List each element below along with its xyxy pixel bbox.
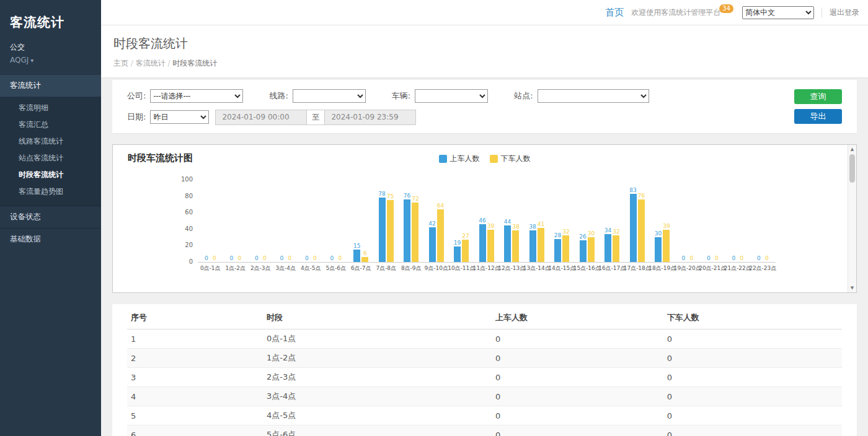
x-axis-label: 9点-10点 [425, 264, 448, 272]
sidebar-item[interactable]: 站点客流统计 [0, 150, 101, 167]
bar-column: 0 [705, 180, 712, 262]
logout-link[interactable]: 退出登录 [830, 7, 859, 18]
bar-group: 303918点-19点 [650, 180, 675, 262]
bar [379, 198, 386, 262]
y-tick-label: 40 [172, 225, 193, 232]
legend-item-boarding[interactable]: 上车人数 [439, 154, 480, 164]
header-period: 时段 [263, 307, 492, 329]
table-cell: 5点-6点 [263, 425, 492, 436]
header-boarding: 上车人数 [492, 307, 663, 329]
x-axis-label: 13点-14点 [523, 264, 551, 272]
bar-group: 42649点-10点 [424, 180, 450, 262]
x-axis-label: 3点-4点 [275, 264, 296, 272]
table-cell: 0 [492, 406, 663, 425]
app-window: 客流统计 公交 AQGJ▾ 客流统计客流明细客流汇总线路客流统计站点客流统计时段… [0, 0, 868, 436]
bar-column: 83 [629, 180, 636, 262]
bar-group: 1566点-7点 [348, 180, 374, 262]
topbar-divider [822, 7, 822, 17]
bar-value-label: 0 [213, 255, 216, 261]
bar-group: 0021点-22点 [725, 180, 751, 262]
bar-column: 0 [337, 180, 343, 262]
scroll-down-icon[interactable]: ▼ [848, 284, 856, 292]
sidebar-section[interactable]: 客流统计 [0, 74, 101, 97]
home-link[interactable]: 首页 [605, 7, 624, 19]
bar-column: 26 [579, 180, 586, 262]
bar [404, 199, 410, 262]
export-button[interactable]: 导出 [794, 109, 842, 124]
bar-value-label: 28 [554, 232, 561, 238]
x-axis-label: 11点-12点 [473, 264, 500, 272]
table-cell: 1点-2点 [263, 349, 492, 368]
bar-group: 384113点-14点 [525, 180, 550, 262]
sidebar-section[interactable]: 设备状态 [0, 206, 101, 228]
bar-value-label: 39 [487, 223, 494, 229]
bar-column: 28 [554, 180, 561, 262]
line-select[interactable] [293, 89, 366, 103]
bar [580, 240, 587, 262]
bar-column: 41 [538, 180, 544, 262]
date-preset-select[interactable]: 昨日 [150, 110, 209, 124]
bar-column: 0 [236, 180, 243, 262]
scroll-up-icon[interactable]: ▲ [848, 145, 856, 154]
legend-label-alighting: 下车人数 [501, 154, 531, 164]
station-filter: 站点: [514, 89, 649, 103]
bar [588, 237, 595, 262]
breadcrumb-section[interactable]: 客流统计 [128, 59, 166, 68]
org-name: 公交 [0, 41, 101, 54]
x-axis-label: 5点-6点 [326, 264, 346, 272]
bar-value-label: 83 [629, 187, 636, 193]
x-axis-label: 22点-23点 [749, 264, 776, 272]
sidebar-item[interactable]: 客流明细 [0, 100, 101, 116]
breadcrumb-home[interactable]: 主页 [113, 59, 128, 68]
date-to-input[interactable] [324, 110, 416, 125]
legend-swatch-alighting [490, 155, 498, 163]
sidebar-section[interactable]: 基础数据 [0, 228, 101, 250]
company-filter: 公司: ---请选择--- [127, 89, 243, 103]
bar-column: 0 [286, 180, 293, 262]
table-cell: 0 [663, 349, 842, 368]
bar [529, 230, 536, 262]
date-from-input[interactable] [215, 110, 307, 125]
station-select[interactable] [538, 89, 649, 103]
language-select[interactable]: 简体中文 [742, 6, 814, 19]
x-axis-label: 18点-19点 [649, 264, 676, 272]
x-axis-label: 17点-18点 [624, 264, 651, 272]
bar-group: 0020点-21点 [700, 180, 725, 262]
sidebar-item[interactable]: 客流量趋势图 [0, 183, 101, 200]
org-code-dropdown[interactable]: AQGJ▾ [0, 54, 101, 74]
bar-value-label: 0 [255, 255, 259, 261]
vehicle-select[interactable] [415, 89, 488, 103]
sidebar-item[interactable]: 客流汇总 [0, 116, 101, 133]
bar-column: 34 [604, 180, 611, 262]
bar-column: 46 [479, 180, 485, 262]
bar-column: 0 [211, 180, 218, 262]
notification-badge[interactable]: 34 [719, 4, 733, 13]
table-row: 65点-6点00 [127, 425, 842, 436]
bar-column: 0 [278, 180, 285, 262]
bar-value-label: 30 [588, 230, 595, 237]
bar-group: 76728点-9点 [399, 180, 424, 262]
bar-column: 0 [680, 180, 687, 262]
bar-value-label: 72 [412, 196, 418, 202]
query-button[interactable]: 查询 [794, 89, 842, 104]
line-filter: 线路: [269, 89, 365, 103]
table-cell: 4点-5点 [263, 406, 492, 425]
bar-group: 001点-2点 [223, 180, 249, 262]
bar-group: 263015点-16点 [575, 180, 600, 262]
x-axis-label: 16点-17点 [598, 264, 626, 272]
chevron-down-icon: ▾ [30, 57, 33, 64]
data-table: 序号 时段 上车人数 下车人数 10点-1点0021点-2点0032点-3点00… [127, 307, 842, 436]
table-cell: 2 [127, 349, 263, 368]
company-select[interactable]: ---请选择--- [150, 89, 243, 103]
bar-group: 837617点-18点 [625, 180, 650, 262]
bar [487, 230, 494, 262]
sidebar-item[interactable]: 时段客流统计 [0, 167, 101, 183]
bar-column: 27 [462, 180, 469, 262]
bar [663, 230, 670, 262]
chart-scrollbar[interactable]: ▲ ▼ [848, 145, 856, 292]
bar-value-label: 76 [638, 193, 645, 199]
legend-item-alighting[interactable]: 下车人数 [490, 154, 531, 164]
sidebar-item[interactable]: 线路客流统计 [0, 133, 101, 150]
scrollbar-thumb[interactable] [849, 154, 855, 183]
bar [655, 237, 662, 262]
